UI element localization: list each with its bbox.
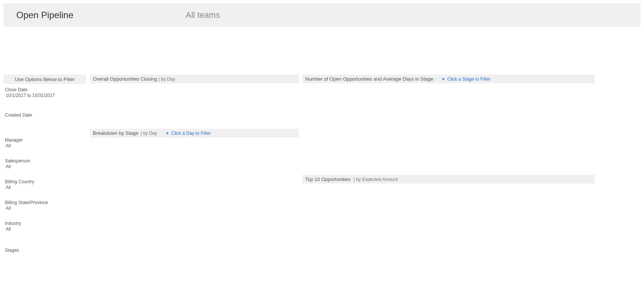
- panel-top10-title: Top 10 Opportunities: [305, 176, 351, 182]
- panel-open-opps-title: Number of Open Opportunities and Average…: [305, 76, 433, 82]
- header-bar: Open Pipeline All teams: [3, 3, 641, 27]
- panel-open-opps-body: [302, 83, 595, 175]
- filter-sidebar: Use Options Below to Filter Close Date 1…: [3, 75, 86, 253]
- filter-close-date[interactable]: Close Date 10/1/2017 to 10/31/2017: [3, 86, 86, 98]
- filter-label-industry: Industry: [5, 221, 85, 226]
- panel-open-opps-header: Number of Open Opportunities and Average…: [302, 75, 595, 83]
- star-icon: ★: [442, 77, 445, 81]
- page-subtitle: All teams: [186, 10, 220, 20]
- filter-value-industry: All: [5, 226, 85, 232]
- panel-overall-header: Overall Opportunities Closing | by Day: [90, 75, 299, 83]
- content-area: Use Options Below to Filter Close Date 1…: [0, 75, 644, 253]
- panel-breakdown-sub: | by Day: [141, 131, 157, 136]
- filter-value-billing-state: All: [5, 206, 85, 211]
- filter-label-created-date: Created Date: [5, 112, 85, 118]
- right-column: Number of Open Opportunities and Average…: [302, 75, 595, 253]
- filter-label-manager: Manager: [5, 137, 85, 143]
- panel-top10-header: Top 10 Opportunities | by Expected Amoun…: [302, 175, 595, 184]
- panel-open-opps-hint[interactable]: ★ Click a Stage to Filter: [442, 76, 490, 82]
- filter-stages[interactable]: Stages: [3, 246, 86, 253]
- filter-label-stages: Stages: [5, 248, 85, 253]
- filter-value-manager: All: [5, 143, 85, 148]
- panel-overall-body: [90, 83, 299, 129]
- star-icon: ★: [166, 131, 169, 135]
- filter-label-salesperson: Salesperson: [5, 158, 85, 164]
- panel-breakdown-title: Breakdown by Stage: [93, 130, 138, 136]
- panel-breakdown-hint[interactable]: ★ Click a Day to Filter: [166, 131, 211, 136]
- filter-billing-country[interactable]: Billing Country All: [3, 178, 86, 190]
- filter-label-close-date: Close Date: [5, 87, 85, 92]
- filter-label-billing-country: Billing Country: [5, 179, 85, 184]
- panel-open-opps-hint-text: Click a Stage to Filter: [447, 76, 490, 82]
- panel-overall-title: Overall Opportunities Closing: [93, 76, 157, 82]
- page-title: Open Pipeline: [16, 10, 74, 20]
- panel-overall-sub: | by Day: [158, 76, 175, 82]
- panel-breakdown-header: Breakdown by Stage | by Day ★ Click a Da…: [90, 129, 299, 137]
- panel-breakdown-hint-text: Click a Day to Filter: [171, 131, 211, 136]
- left-column: Overall Opportunities Closing | by Day B…: [90, 75, 299, 253]
- filter-value-billing-country: All: [5, 185, 85, 190]
- panel-top10-sub: | by Expected Amount: [354, 177, 398, 182]
- filter-value-salesperson: All: [5, 164, 85, 169]
- filter-value-close-date: 10/1/2017 to 10/31/2017: [5, 93, 85, 98]
- filter-industry[interactable]: Industry All: [3, 219, 86, 232]
- filter-salesperson[interactable]: Salesperson All: [3, 157, 86, 169]
- main-panels: Overall Opportunities Closing | by Day B…: [90, 75, 644, 253]
- filter-label-billing-state: Billing State/Province: [5, 200, 85, 205]
- filter-manager[interactable]: Manager All: [3, 136, 86, 148]
- filter-header: Use Options Below to Filter: [3, 75, 86, 84]
- filter-created-date[interactable]: Created Date: [3, 111, 86, 118]
- filter-billing-state[interactable]: Billing State/Province All: [3, 198, 86, 211]
